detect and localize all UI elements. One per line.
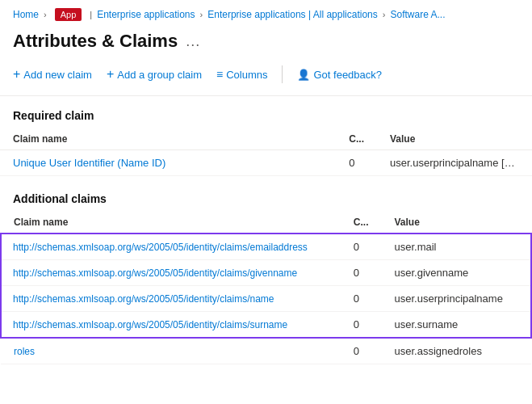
feedback-label: Got feedback? [313,69,382,81]
add-claim-button[interactable]: + Add new claim [13,65,92,84]
additional-claims-section-title: Additional claims [0,192,532,212]
required-claim-value: user.userprincipalname [nam [377,150,532,176]
breadcrumb-home[interactable]: Home [13,9,39,20]
required-table-row[interactable]: Unique User Identifier (Name ID) 0 user.… [0,150,532,176]
additional-claim-name-link[interactable]: http://schemas.xmlsoap.org/ws/2005/05/id… [13,293,274,305]
toolbar-divider-hr [0,95,532,96]
required-claims-table: Claim name C... Value Unique User Identi… [0,128,532,176]
additional-table-row[interactable]: http://schemas.xmlsoap.org/ws/2005/05/id… [1,312,531,339]
page-title-ellipsis[interactable]: ... [186,33,200,50]
required-table-header-row: Claim name C... Value [0,128,532,150]
section-gap-1 [0,176,532,192]
breadcrumb-sep-2: | [90,10,92,19]
additional-claim-c: 0 [341,260,382,286]
additional-claim-c: 0 [341,234,382,260]
additional-claim-value: user.surname [381,312,531,339]
required-col-c: C... [336,128,377,150]
additional-table-row[interactable]: roles 0 user.assignedroles [1,338,531,364]
additional-claim-value: user.assignedroles [381,338,531,364]
breadcrumb-enterprise-apps[interactable]: Enterprise applications [97,9,195,20]
additional-claims-table: Claim name C... Value http://schemas.xml… [0,212,532,364]
additional-claim-c: 0 [341,312,382,339]
additional-claim-name-link[interactable]: roles [14,346,35,357]
additional-claim-value: user.userprincipalname [381,286,531,312]
columns-icon: ≡ [216,68,223,81]
required-claim-c: 0 [336,150,377,176]
additional-col-name: Claim name [1,212,341,234]
add-claim-plus-icon: + [13,68,20,81]
additional-claim-value: user.givenname [381,260,531,286]
breadcrumb-sep-4: › [383,10,386,19]
breadcrumb-sep-1: › [44,10,47,19]
additional-claim-name-link[interactable]: http://schemas.xmlsoap.org/ws/2005/05/id… [13,267,297,279]
add-group-label: Add a group claim [117,69,202,81]
breadcrumb-software[interactable]: Software A... [390,9,445,20]
additional-col-value: Value [381,212,531,234]
feedback-icon: 👤 [297,69,310,81]
additional-table-row[interactable]: http://schemas.xmlsoap.org/ws/2005/05/id… [1,234,531,260]
required-claim-name-link[interactable]: Unique User Identifier (Name ID) [13,157,165,169]
required-col-value: Value [377,128,532,150]
additional-claim-value: user.mail [381,234,531,260]
feedback-button[interactable]: 👤 Got feedback? [297,65,382,84]
toolbar-divider [282,65,283,83]
additional-claim-c: 0 [341,338,382,364]
toolbar: + Add new claim + Add a group claim ≡ Co… [0,65,532,95]
additional-table-row[interactable]: http://schemas.xmlsoap.org/ws/2005/05/id… [1,286,531,312]
page-title: Attributes & Claims [13,31,178,52]
columns-button[interactable]: ≡ Columns [216,65,267,84]
additional-table-row[interactable]: http://schemas.xmlsoap.org/ws/2005/05/id… [1,260,531,286]
additional-claim-name-link[interactable]: http://schemas.xmlsoap.org/ws/2005/05/id… [13,319,287,330]
breadcrumb: Home › App | Enterprise applications › E… [0,0,532,27]
add-group-plus-icon: + [107,68,114,81]
additional-claim-c: 0 [341,286,382,312]
columns-label: Columns [226,69,267,81]
required-claim-section-title: Required claim [0,109,532,128]
additional-claim-name-link[interactable]: http://schemas.xmlsoap.org/ws/2005/05/id… [13,242,308,253]
add-claim-label: Add new claim [23,69,92,81]
breadcrumb-all-apps[interactable]: Enterprise applications | All applicatio… [207,9,378,20]
breadcrumb-sep-3: › [200,10,203,19]
page-title-row: Attributes & Claims ... [0,27,532,65]
breadcrumb-app-pill: App [55,8,82,21]
additional-col-c: C... [341,212,382,234]
additional-table-header-row: Claim name C... Value [1,212,531,234]
add-group-claim-button[interactable]: + Add a group claim [107,65,202,84]
required-col-name: Claim name [0,128,336,150]
